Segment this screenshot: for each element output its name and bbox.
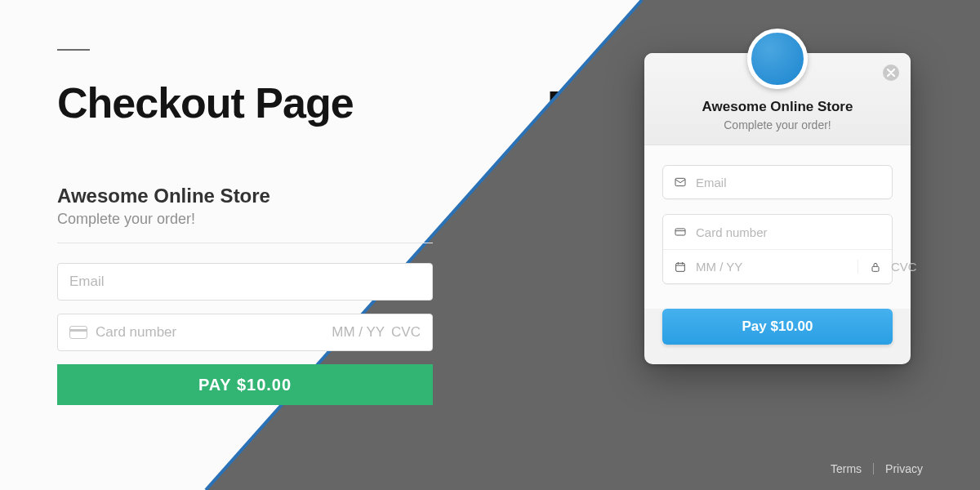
modal-card-group	[662, 214, 893, 284]
accent-dash	[57, 49, 90, 51]
modal-subtitle: Complete your order!	[661, 118, 894, 131]
page-headline: Checkout Page	[57, 78, 433, 127]
checkout-compare-stage: Page Checkout Page Awesome Online Store …	[0, 0, 980, 490]
store-name: Awesome Online Store	[57, 185, 433, 207]
svg-rect-8	[872, 266, 879, 271]
cvc-placeholder-text[interactable]: CVC	[385, 324, 421, 341]
footer-separator	[873, 463, 874, 474]
mail-icon	[673, 176, 688, 189]
svg-rect-1	[675, 178, 685, 185]
card-field-wrapper[interactable]: MM / YY CVC	[57, 314, 433, 351]
email-input[interactable]	[69, 274, 421, 290]
modal-expiry-field[interactable]	[673, 260, 851, 274]
store-subtitle: Complete your order!	[57, 211, 433, 228]
modal-card-input[interactable]	[696, 225, 882, 239]
card-icon	[673, 225, 688, 238]
inline-checkout-panel: Checkout Page Awesome Online Store Compl…	[57, 49, 433, 405]
store-avatar	[747, 29, 808, 89]
card-icon	[69, 326, 87, 339]
terms-link[interactable]: Terms	[831, 462, 862, 475]
pay-button-modal[interactable]: Pay $10.00	[662, 309, 893, 345]
close-icon	[887, 65, 895, 80]
modal-body	[644, 145, 911, 309]
modal-exp-cvc-row	[663, 249, 892, 283]
lock-icon	[868, 261, 883, 274]
divider	[57, 243, 433, 243]
footer-links: Terms Privacy	[831, 462, 923, 475]
modal-cvc-input[interactable]	[891, 260, 980, 274]
email-field-wrapper[interactable]	[57, 263, 433, 301]
privacy-link[interactable]: Privacy	[885, 462, 923, 475]
pay-button-inline[interactable]: PAY $10.00	[57, 364, 433, 405]
expiry-placeholder-text[interactable]: MM / YY	[325, 324, 385, 341]
svg-rect-2	[675, 229, 685, 235]
close-button[interactable]	[883, 65, 899, 81]
modal-expiry-input[interactable]	[696, 260, 851, 274]
modal-email-field[interactable]	[662, 165, 893, 199]
modal-card-row[interactable]	[663, 215, 892, 249]
svg-rect-4	[676, 263, 685, 271]
checkout-modal: Awesome Online Store Complete your order…	[644, 53, 911, 364]
modal-cvc-field[interactable]	[858, 260, 980, 274]
modal-email-input[interactable]	[696, 176, 882, 189]
card-number-input[interactable]	[96, 324, 325, 341]
modal-store-name: Awesome Online Store	[661, 99, 894, 115]
calendar-icon	[673, 261, 688, 274]
